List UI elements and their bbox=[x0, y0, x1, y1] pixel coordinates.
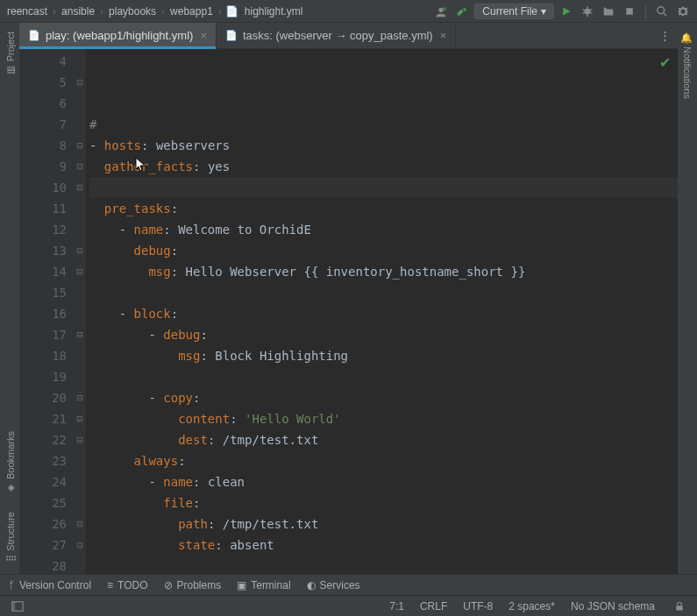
line-number[interactable]: 14 bbox=[23, 261, 67, 282]
tool-window-terminal[interactable]: ▣ Terminal bbox=[237, 579, 290, 591]
status-indent[interactable]: 2 spaces* bbox=[509, 600, 555, 612]
build-hammer-icon[interactable] bbox=[453, 3, 471, 20]
breadcrumb-file[interactable]: highlight.yml bbox=[243, 5, 305, 18]
code-line[interactable] bbox=[89, 366, 678, 387]
line-number[interactable]: 19 bbox=[23, 366, 67, 387]
breadcrumb-item[interactable]: ansible bbox=[60, 5, 96, 18]
tool-windows-toggle-icon[interactable] bbox=[9, 598, 26, 615]
fold-marker[interactable]: ⊟ bbox=[74, 261, 86, 282]
line-number[interactable]: 27 bbox=[23, 535, 67, 556]
fold-marker bbox=[74, 303, 86, 324]
line-number[interactable]: 21 bbox=[23, 408, 67, 429]
fold-gutter[interactable]: ⊟ ⊟⊟⊟ ⊟⊟ ⊟ ⊟⊟⊟ ⊟⊟ bbox=[74, 49, 86, 574]
fold-marker[interactable]: ⊟ bbox=[74, 513, 86, 535]
line-number[interactable]: 6 bbox=[23, 93, 67, 114]
code-line[interactable]: state: absent bbox=[89, 535, 678, 556]
line-number-gutter[interactable]: 4567891011121314151617181920212223242526… bbox=[19, 49, 74, 574]
tool-window-version-control[interactable]: ᚶ Version Control bbox=[9, 579, 91, 591]
fold-marker[interactable]: ⊟ bbox=[74, 135, 86, 156]
fold-marker[interactable]: ⊟ bbox=[74, 429, 86, 450]
code-line[interactable]: file: bbox=[89, 492, 678, 513]
status-line-separator[interactable]: CRLF bbox=[420, 600, 447, 612]
code-line[interactable]: - debug: bbox=[89, 324, 678, 345]
code-line[interactable] bbox=[89, 177, 678, 198]
status-encoding[interactable]: UTF-8 bbox=[463, 600, 493, 612]
run-button-icon[interactable] bbox=[558, 3, 575, 20]
code-line[interactable]: debug: bbox=[89, 240, 678, 261]
tool-window-project[interactable]: ▤ Project bbox=[4, 28, 16, 80]
fold-marker[interactable]: ⊟ bbox=[74, 408, 86, 429]
code-line[interactable]: - copy: bbox=[89, 387, 678, 408]
line-number[interactable]: 18 bbox=[23, 345, 67, 366]
fold-marker[interactable]: ⊟ bbox=[74, 72, 86, 93]
line-number[interactable]: 9 bbox=[23, 156, 67, 177]
line-number[interactable]: 8 bbox=[23, 135, 67, 156]
add-configuration-icon[interactable] bbox=[432, 3, 450, 20]
code-line[interactable]: - hosts: webservers bbox=[89, 135, 678, 156]
code-line[interactable]: path: /tmp/test.txt bbox=[89, 513, 678, 535]
tool-window-services[interactable]: ◐ Services bbox=[307, 579, 360, 591]
run-configuration-select[interactable]: Current File ▾ bbox=[474, 4, 554, 19]
line-number[interactable]: 11 bbox=[23, 198, 67, 219]
tool-window-problems[interactable]: ⊘ Problems bbox=[164, 579, 222, 591]
line-number[interactable]: 12 bbox=[23, 219, 67, 240]
status-schema[interactable]: No JSON schema bbox=[571, 600, 655, 612]
code-editor[interactable]: ✔ 45678910111213141516171819202122232425… bbox=[19, 49, 678, 574]
tool-window-structure[interactable]: ⣿ Structure bbox=[4, 508, 16, 565]
code-content[interactable]: #- hosts: webservers gather_facts: yes p… bbox=[86, 49, 678, 574]
line-number[interactable]: 15 bbox=[23, 282, 67, 303]
tool-window-notifications[interactable]: 🔔 Notifications bbox=[682, 28, 693, 103]
tool-window-bookmarks[interactable]: ◈ Bookmarks bbox=[4, 428, 16, 498]
line-number[interactable]: 20 bbox=[23, 387, 67, 408]
lock-icon[interactable] bbox=[671, 598, 688, 615]
code-line[interactable]: always: bbox=[89, 450, 678, 471]
fold-marker[interactable]: ⊟ bbox=[74, 156, 86, 177]
line-number[interactable]: 28 bbox=[23, 556, 67, 574]
editor-tab-active[interactable]: 📄 play: (webapp1/highlight.yml) × bbox=[19, 23, 217, 48]
tool-window-todo[interactable]: ≡ TODO bbox=[107, 579, 147, 591]
fold-marker[interactable]: ⊟ bbox=[74, 535, 86, 556]
close-icon[interactable]: × bbox=[440, 29, 447, 42]
line-number[interactable]: 22 bbox=[23, 429, 67, 450]
line-number[interactable]: 4 bbox=[23, 51, 67, 72]
fold-marker[interactable]: ⊟ bbox=[74, 387, 86, 408]
code-line[interactable]: # bbox=[89, 114, 678, 135]
code-line[interactable]: gather_facts: yes bbox=[89, 156, 678, 177]
run-configuration-label: Current File bbox=[482, 5, 537, 18]
breadcrumb-item[interactable]: webapp1 bbox=[168, 5, 215, 18]
close-icon[interactable]: × bbox=[200, 29, 207, 42]
gear-icon[interactable] bbox=[674, 3, 692, 20]
breadcrumb-item[interactable]: reencast bbox=[5, 5, 49, 18]
line-number[interactable]: 24 bbox=[23, 471, 67, 492]
code-line[interactable]: - name: Welcome to OrchidE bbox=[89, 219, 678, 240]
code-line[interactable] bbox=[89, 282, 678, 303]
line-number[interactable]: 5 bbox=[23, 72, 67, 93]
code-line[interactable]: dest: /tmp/test.txt bbox=[89, 429, 678, 450]
code-line[interactable]: msg: Hello Webserver {{ inventory_hostna… bbox=[89, 261, 678, 282]
more-actions-icon[interactable] bbox=[600, 3, 617, 20]
line-number[interactable]: 23 bbox=[23, 450, 67, 471]
code-line[interactable]: pre_tasks: bbox=[89, 198, 678, 219]
line-number[interactable]: 13 bbox=[23, 240, 67, 261]
line-number[interactable]: 7 bbox=[23, 114, 67, 135]
fold-marker[interactable]: ⊟ bbox=[74, 324, 86, 345]
breadcrumb-item[interactable]: playbooks bbox=[107, 5, 158, 18]
line-number[interactable]: 25 bbox=[23, 492, 67, 513]
code-line[interactable]: - name: clean bbox=[89, 471, 678, 492]
line-number[interactable]: 26 bbox=[23, 513, 67, 535]
status-caret-pos[interactable]: 7:1 bbox=[389, 600, 404, 612]
code-line[interactable]: - block: bbox=[89, 303, 678, 324]
editor-tabs-menu-icon[interactable]: ⋮ bbox=[652, 23, 678, 48]
stop-icon[interactable] bbox=[621, 3, 638, 20]
line-number[interactable]: 16 bbox=[23, 303, 67, 324]
debug-icon[interactable] bbox=[579, 3, 596, 20]
fold-marker[interactable]: ⊟ bbox=[74, 177, 86, 198]
code-line[interactable]: msg: Block Highlighting bbox=[89, 345, 678, 366]
search-icon[interactable] bbox=[653, 3, 671, 20]
line-number[interactable]: 10 bbox=[23, 177, 67, 198]
line-number[interactable]: 17 bbox=[23, 324, 67, 345]
fold-marker[interactable]: ⊟ bbox=[74, 240, 86, 261]
code-line[interactable]: content: 'Hello World' bbox=[89, 408, 678, 429]
editor-tab[interactable]: 📄 tasks: (webserver → copy_paste.yml) × bbox=[217, 23, 456, 48]
code-line[interactable] bbox=[89, 556, 678, 574]
